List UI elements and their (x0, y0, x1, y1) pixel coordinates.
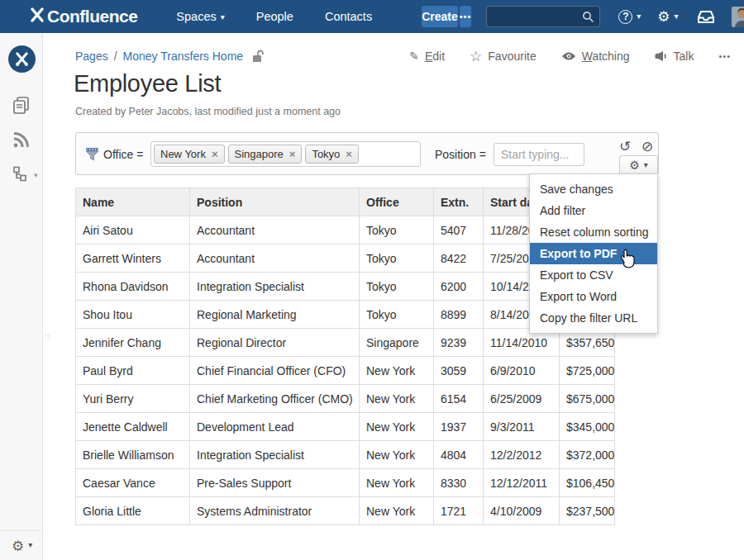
menu-item[interactable]: Save changes (530, 178, 657, 200)
table-cell: 1937 (434, 413, 484, 441)
remove-chip-icon[interactable]: × (346, 148, 352, 160)
table-cell: Jennifer Chang (76, 329, 190, 357)
filter-chip[interactable]: Tokyo× (305, 145, 359, 164)
sidebar-blog-rss-icon[interactable] (12, 131, 30, 152)
table-cell: Chief Marketing Officer (CMO) (190, 385, 360, 413)
table-cell: Pre-Sales Support (190, 469, 360, 497)
table-cell: Tokyo (360, 301, 434, 329)
search-icon[interactable] (582, 11, 599, 22)
breadcrumb-separator: / (114, 50, 117, 63)
table-cell: Garrett Winters (76, 244, 190, 273)
column-header[interactable]: Extn. (434, 188, 484, 216)
office-chip-list[interactable]: New York×Singapore×Tokyo× (150, 141, 421, 167)
table-cell: Regional Director (190, 329, 360, 357)
filter-chip[interactable]: Singapore× (228, 145, 303, 164)
breadcrumb-pages-link[interactable]: Pages (75, 50, 108, 63)
menu-item[interactable]: Export to CSV (530, 264, 657, 286)
table-cell: New York (360, 469, 434, 497)
table-cell: New York (360, 413, 434, 441)
menu-item[interactable]: Copy the filter URL (530, 307, 657, 329)
table-cell: $372,000 (560, 441, 615, 469)
table-cell: Singapore (360, 329, 434, 357)
table-row: Brielle WilliamsonIntegration Specialist… (76, 441, 615, 469)
table-cell: Development Lead (190, 413, 360, 441)
nav-spaces[interactable]: Spaces (176, 10, 224, 23)
eye-icon (561, 51, 576, 61)
table-cell: Airi Satou (76, 216, 190, 244)
table-cell: $237,500 (560, 497, 615, 525)
nav-people[interactable]: People (256, 10, 293, 23)
sidebar-resize-grip[interactable]: ∶∶ (45, 335, 50, 339)
table-cell: 8422 (434, 244, 484, 273)
help-icon[interactable]: ? (618, 10, 641, 24)
column-header[interactable]: Position (190, 188, 360, 216)
table-cell: Accountant (190, 216, 360, 244)
table-cell: Integration Specialist (190, 441, 360, 469)
user-avatar[interactable] (732, 7, 744, 27)
more-actions-button[interactable]: ••• (718, 51, 731, 61)
table-options-gear-button[interactable]: ⚙ (619, 155, 658, 175)
confluence-logo[interactable]: Confluence (29, 7, 137, 26)
menu-item[interactable]: Export to PDF (530, 243, 657, 264)
column-header[interactable]: Name (76, 188, 190, 216)
space-logo[interactable] (8, 45, 36, 73)
table-cell: 6/25/2009 (484, 385, 560, 413)
sidebar-pages-icon[interactable] (12, 97, 30, 118)
undo-filters-icon[interactable]: ↺ (619, 138, 631, 154)
table-cell: Shou Itou (76, 301, 190, 329)
favourite-button[interactable]: ☆ Favourite (470, 48, 537, 64)
menu-item[interactable]: Reset column sorting (530, 221, 657, 243)
page-byline: Created by Peter Jacobs, last modified j… (75, 106, 341, 117)
table-cell: Tokyo (360, 216, 434, 244)
filter-chip-label: Tokyo (312, 148, 340, 160)
user-menu[interactable] (732, 7, 744, 27)
sidebar-settings-gear[interactable]: ⚙ (0, 530, 43, 560)
breadcrumb: Pages / Money Transfers Home (75, 49, 264, 63)
table-cell: Accountant (190, 244, 360, 273)
table-cell: New York (360, 385, 434, 413)
sidebar-hierarchy-icon[interactable]: ▾ (12, 166, 29, 186)
table-cell: Tokyo (360, 244, 434, 273)
create-button[interactable]: Create (422, 6, 458, 27)
table-cell: Paul Byrd (76, 357, 190, 385)
megaphone-icon (655, 50, 668, 62)
edit-button[interactable]: ✎ Edit (409, 50, 445, 63)
hierarchy-caret-icon: ▾ (34, 171, 38, 179)
create-more-button[interactable]: ••• (460, 6, 472, 27)
search-input[interactable] (487, 11, 582, 23)
table-cell: 6/9/2010 (484, 357, 560, 385)
top-navigation-bar: Confluence Spaces People Contacts Create… (0, 0, 744, 33)
gear-menu: Save changesAdd filterReset column sorti… (529, 173, 658, 334)
menu-item[interactable]: Export to Word (530, 286, 657, 307)
table-row: Yuri BerryChief Marketing Officer (CMO)N… (76, 385, 615, 413)
filter-chip-label: Singapore (235, 148, 284, 160)
table-cell: 5407 (434, 216, 484, 244)
menu-item[interactable]: Add filter (530, 200, 657, 221)
column-header[interactable]: Office (360, 188, 434, 216)
brand-name: Confluence (47, 7, 137, 26)
table-cell: 9239 (434, 329, 484, 357)
quick-search[interactable] (486, 6, 600, 27)
watching-button[interactable]: Watching (561, 50, 630, 63)
notifications-tray-icon[interactable] (697, 10, 715, 24)
unrestricted-lock-icon[interactable] (251, 49, 264, 63)
table-cell: Regional Marketing (190, 301, 360, 329)
breadcrumb-parent-link[interactable]: Money Transfers Home (123, 50, 244, 63)
table-cell: Integration Specialist (190, 273, 360, 301)
nav-contacts[interactable]: Contacts (325, 10, 372, 23)
talk-button[interactable]: Talk (655, 50, 694, 63)
remove-chip-icon[interactable]: × (212, 148, 218, 160)
table-cell: $345,000 (560, 413, 615, 441)
page-actions: ✎ Edit ☆ Favourite Watching Talk ••• (384, 48, 731, 64)
clear-filters-icon[interactable]: ⊘ (641, 138, 653, 154)
page-title: Employee List (74, 70, 221, 97)
admin-gear-icon[interactable]: ⚙ (657, 8, 678, 25)
table-cell: Jenette Caldwell (76, 413, 190, 441)
position-filter-input[interactable] (494, 143, 584, 166)
filter-chip[interactable]: New York× (154, 145, 225, 164)
remove-chip-icon[interactable]: × (289, 148, 296, 160)
table-cell: 12/2/2012 (484, 441, 560, 469)
table-cell: 6200 (434, 273, 484, 301)
office-filter-label: Office = (103, 148, 143, 161)
confluence-x-icon (29, 7, 45, 26)
